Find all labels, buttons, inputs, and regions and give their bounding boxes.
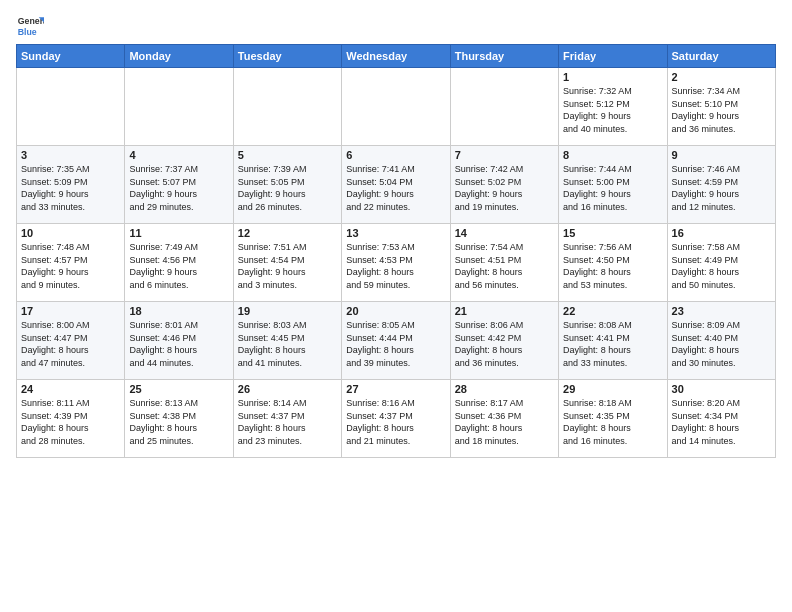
- day-detail: Sunrise: 7:56 AM Sunset: 4:50 PM Dayligh…: [563, 241, 662, 291]
- day-detail: Sunrise: 8:17 AM Sunset: 4:36 PM Dayligh…: [455, 397, 554, 447]
- day-cell: [342, 68, 450, 146]
- week-row-3: 10Sunrise: 7:48 AM Sunset: 4:57 PM Dayli…: [17, 224, 776, 302]
- week-row-5: 24Sunrise: 8:11 AM Sunset: 4:39 PM Dayli…: [17, 380, 776, 458]
- day-detail: Sunrise: 7:53 AM Sunset: 4:53 PM Dayligh…: [346, 241, 445, 291]
- col-header-thursday: Thursday: [450, 45, 558, 68]
- day-detail: Sunrise: 7:35 AM Sunset: 5:09 PM Dayligh…: [21, 163, 120, 213]
- day-number: 7: [455, 149, 554, 161]
- week-row-4: 17Sunrise: 8:00 AM Sunset: 4:47 PM Dayli…: [17, 302, 776, 380]
- day-cell: 22Sunrise: 8:08 AM Sunset: 4:41 PM Dayli…: [559, 302, 667, 380]
- day-detail: Sunrise: 8:20 AM Sunset: 4:34 PM Dayligh…: [672, 397, 771, 447]
- day-detail: Sunrise: 8:03 AM Sunset: 4:45 PM Dayligh…: [238, 319, 337, 369]
- day-cell: 21Sunrise: 8:06 AM Sunset: 4:42 PM Dayli…: [450, 302, 558, 380]
- day-cell: 30Sunrise: 8:20 AM Sunset: 4:34 PM Dayli…: [667, 380, 775, 458]
- page: General Blue SundayMondayTuesdayWednesda…: [0, 0, 792, 466]
- day-number: 17: [21, 305, 120, 317]
- day-detail: Sunrise: 8:00 AM Sunset: 4:47 PM Dayligh…: [21, 319, 120, 369]
- day-detail: Sunrise: 8:01 AM Sunset: 4:46 PM Dayligh…: [129, 319, 228, 369]
- day-cell: 20Sunrise: 8:05 AM Sunset: 4:44 PM Dayli…: [342, 302, 450, 380]
- day-number: 19: [238, 305, 337, 317]
- day-detail: Sunrise: 8:09 AM Sunset: 4:40 PM Dayligh…: [672, 319, 771, 369]
- day-cell: 18Sunrise: 8:01 AM Sunset: 4:46 PM Dayli…: [125, 302, 233, 380]
- day-cell: 17Sunrise: 8:00 AM Sunset: 4:47 PM Dayli…: [17, 302, 125, 380]
- day-number: 6: [346, 149, 445, 161]
- day-number: 22: [563, 305, 662, 317]
- day-number: 4: [129, 149, 228, 161]
- day-cell: 3Sunrise: 7:35 AM Sunset: 5:09 PM Daylig…: [17, 146, 125, 224]
- day-number: 24: [21, 383, 120, 395]
- day-number: 2: [672, 71, 771, 83]
- day-number: 30: [672, 383, 771, 395]
- day-cell: 10Sunrise: 7:48 AM Sunset: 4:57 PM Dayli…: [17, 224, 125, 302]
- day-cell: 27Sunrise: 8:16 AM Sunset: 4:37 PM Dayli…: [342, 380, 450, 458]
- day-cell: 13Sunrise: 7:53 AM Sunset: 4:53 PM Dayli…: [342, 224, 450, 302]
- svg-text:Blue: Blue: [18, 27, 37, 37]
- day-number: 16: [672, 227, 771, 239]
- day-cell: [450, 68, 558, 146]
- day-detail: Sunrise: 8:16 AM Sunset: 4:37 PM Dayligh…: [346, 397, 445, 447]
- day-cell: 9Sunrise: 7:46 AM Sunset: 4:59 PM Daylig…: [667, 146, 775, 224]
- day-detail: Sunrise: 8:18 AM Sunset: 4:35 PM Dayligh…: [563, 397, 662, 447]
- day-cell: 24Sunrise: 8:11 AM Sunset: 4:39 PM Dayli…: [17, 380, 125, 458]
- day-cell: 12Sunrise: 7:51 AM Sunset: 4:54 PM Dayli…: [233, 224, 341, 302]
- day-cell: 15Sunrise: 7:56 AM Sunset: 4:50 PM Dayli…: [559, 224, 667, 302]
- col-header-friday: Friday: [559, 45, 667, 68]
- day-detail: Sunrise: 8:14 AM Sunset: 4:37 PM Dayligh…: [238, 397, 337, 447]
- day-cell: 5Sunrise: 7:39 AM Sunset: 5:05 PM Daylig…: [233, 146, 341, 224]
- logo: General Blue: [16, 12, 48, 40]
- day-number: 21: [455, 305, 554, 317]
- col-header-wednesday: Wednesday: [342, 45, 450, 68]
- col-header-tuesday: Tuesday: [233, 45, 341, 68]
- day-number: 14: [455, 227, 554, 239]
- day-detail: Sunrise: 7:39 AM Sunset: 5:05 PM Dayligh…: [238, 163, 337, 213]
- day-cell: 8Sunrise: 7:44 AM Sunset: 5:00 PM Daylig…: [559, 146, 667, 224]
- day-number: 25: [129, 383, 228, 395]
- day-detail: Sunrise: 8:05 AM Sunset: 4:44 PM Dayligh…: [346, 319, 445, 369]
- day-detail: Sunrise: 8:11 AM Sunset: 4:39 PM Dayligh…: [21, 397, 120, 447]
- day-cell: [233, 68, 341, 146]
- day-cell: 25Sunrise: 8:13 AM Sunset: 4:38 PM Dayli…: [125, 380, 233, 458]
- day-cell: 6Sunrise: 7:41 AM Sunset: 5:04 PM Daylig…: [342, 146, 450, 224]
- day-detail: Sunrise: 7:32 AM Sunset: 5:12 PM Dayligh…: [563, 85, 662, 135]
- day-number: 27: [346, 383, 445, 395]
- day-cell: 23Sunrise: 8:09 AM Sunset: 4:40 PM Dayli…: [667, 302, 775, 380]
- day-number: 1: [563, 71, 662, 83]
- day-cell: 19Sunrise: 8:03 AM Sunset: 4:45 PM Dayli…: [233, 302, 341, 380]
- day-number: 13: [346, 227, 445, 239]
- day-detail: Sunrise: 8:13 AM Sunset: 4:38 PM Dayligh…: [129, 397, 228, 447]
- day-cell: 14Sunrise: 7:54 AM Sunset: 4:51 PM Dayli…: [450, 224, 558, 302]
- day-number: 10: [21, 227, 120, 239]
- day-number: 5: [238, 149, 337, 161]
- calendar-table: SundayMondayTuesdayWednesdayThursdayFrid…: [16, 44, 776, 458]
- day-number: 12: [238, 227, 337, 239]
- day-detail: Sunrise: 7:34 AM Sunset: 5:10 PM Dayligh…: [672, 85, 771, 135]
- col-header-sunday: Sunday: [17, 45, 125, 68]
- day-number: 23: [672, 305, 771, 317]
- day-cell: 7Sunrise: 7:42 AM Sunset: 5:02 PM Daylig…: [450, 146, 558, 224]
- day-cell: 1Sunrise: 7:32 AM Sunset: 5:12 PM Daylig…: [559, 68, 667, 146]
- day-cell: 28Sunrise: 8:17 AM Sunset: 4:36 PM Dayli…: [450, 380, 558, 458]
- day-number: 9: [672, 149, 771, 161]
- day-cell: 26Sunrise: 8:14 AM Sunset: 4:37 PM Dayli…: [233, 380, 341, 458]
- week-row-1: 1Sunrise: 7:32 AM Sunset: 5:12 PM Daylig…: [17, 68, 776, 146]
- header-row-days: SundayMondayTuesdayWednesdayThursdayFrid…: [17, 45, 776, 68]
- day-detail: Sunrise: 7:42 AM Sunset: 5:02 PM Dayligh…: [455, 163, 554, 213]
- day-number: 26: [238, 383, 337, 395]
- day-number: 11: [129, 227, 228, 239]
- day-detail: Sunrise: 7:49 AM Sunset: 4:56 PM Dayligh…: [129, 241, 228, 291]
- day-number: 20: [346, 305, 445, 317]
- day-cell: 4Sunrise: 7:37 AM Sunset: 5:07 PM Daylig…: [125, 146, 233, 224]
- day-cell: 16Sunrise: 7:58 AM Sunset: 4:49 PM Dayli…: [667, 224, 775, 302]
- logo-icon: General Blue: [16, 12, 44, 40]
- day-detail: Sunrise: 7:51 AM Sunset: 4:54 PM Dayligh…: [238, 241, 337, 291]
- day-detail: Sunrise: 7:44 AM Sunset: 5:00 PM Dayligh…: [563, 163, 662, 213]
- day-cell: [17, 68, 125, 146]
- day-detail: Sunrise: 7:41 AM Sunset: 5:04 PM Dayligh…: [346, 163, 445, 213]
- day-detail: Sunrise: 7:46 AM Sunset: 4:59 PM Dayligh…: [672, 163, 771, 213]
- day-detail: Sunrise: 7:37 AM Sunset: 5:07 PM Dayligh…: [129, 163, 228, 213]
- week-row-2: 3Sunrise: 7:35 AM Sunset: 5:09 PM Daylig…: [17, 146, 776, 224]
- day-number: 29: [563, 383, 662, 395]
- day-cell: [125, 68, 233, 146]
- day-cell: 29Sunrise: 8:18 AM Sunset: 4:35 PM Dayli…: [559, 380, 667, 458]
- col-header-monday: Monday: [125, 45, 233, 68]
